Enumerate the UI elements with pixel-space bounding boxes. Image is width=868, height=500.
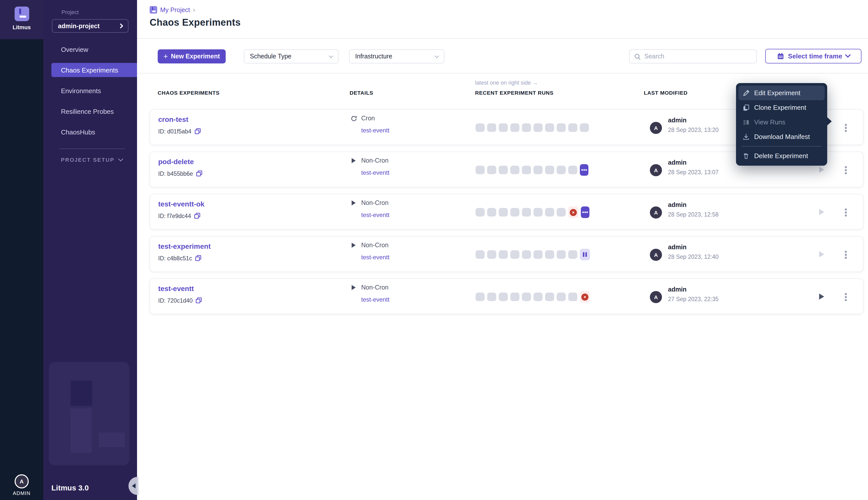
run-status-failed[interactable]: × [580, 291, 590, 303]
column-header-details: DETAILS [350, 90, 373, 96]
copy-icon[interactable] [194, 128, 201, 134]
chevron-right-icon [118, 23, 123, 29]
runs-order-note: latest one on right side → [475, 80, 538, 86]
sidebar-divider [59, 149, 125, 149]
experiment-name-link[interactable]: cron-test [158, 115, 189, 123]
run-status-none [487, 250, 496, 259]
run-status-none [475, 250, 485, 259]
sidebar-item-resilience-probes[interactable]: Resilience Probes [43, 104, 137, 118]
page-title: Chaos Experiments [150, 17, 241, 28]
sidebar-item-chaoshubs[interactable]: ChaosHubs [43, 125, 137, 139]
recent-runs-bar [475, 237, 593, 272]
run-status-none [545, 123, 554, 132]
experiment-name-link[interactable]: test-eventt [158, 284, 194, 293]
hub-link[interactable]: test-eventt [361, 127, 390, 134]
run-status-none [522, 208, 531, 216]
modified-date: 28 Sep 2023, 12:40 [668, 254, 719, 260]
admin-label: ADMIN [0, 490, 43, 496]
menu-item-delete-experiment[interactable]: Delete Experiment [739, 149, 825, 163]
experiment-name-link[interactable]: pod-delete [158, 158, 194, 166]
run-status-paused[interactable] [580, 249, 590, 260]
select-time-frame-button[interactable]: Select time frame [765, 49, 861, 64]
sidebar-item-environments[interactable]: Environments [43, 83, 137, 98]
run-status-none [510, 250, 519, 259]
run-status-none [568, 123, 577, 132]
user-avatar[interactable]: A [15, 474, 29, 488]
run-status-none [475, 123, 485, 132]
hub-link[interactable]: test-eventt [361, 212, 390, 218]
non-cron-icon [350, 201, 357, 205]
hub-link[interactable]: test-eventt [361, 169, 390, 176]
run-status-none [499, 293, 508, 301]
experiment-row: test-experiment ID: c4b8c51c Non-Cron te… [150, 236, 864, 272]
trash-icon [743, 152, 749, 159]
menu-item-view-runs: View Runs [739, 115, 825, 129]
row-kebab-menu[interactable] [841, 207, 850, 217]
modified-date: 27 Sep 2023, 22:35 [668, 296, 719, 302]
run-status-running[interactable] [580, 164, 588, 176]
non-cron-icon [350, 243, 357, 248]
sidebar-item-overview[interactable]: Overview [43, 42, 137, 56]
row-kebab-menu[interactable] [841, 165, 850, 175]
run-status-none [522, 293, 531, 301]
chevron-down-icon [845, 52, 850, 58]
sidebar-item-chaos-experiments[interactable]: Chaos Experiments [52, 63, 137, 77]
schedule-type-select[interactable]: Schedule Type [244, 49, 339, 64]
run-status-none [510, 166, 519, 174]
column-header-experiments: CHAOS EXPERIMENTS [158, 90, 219, 96]
modified-by: admin [668, 244, 687, 251]
run-status-none [557, 293, 566, 301]
copy-icon[interactable] [196, 297, 202, 304]
modified-by: admin [668, 159, 687, 166]
hub-link[interactable]: test-eventt [361, 254, 390, 261]
chevron-down-icon [118, 156, 123, 161]
modified-by: admin [668, 202, 687, 208]
run-experiment-button[interactable] [819, 294, 824, 299]
run-status-none [475, 208, 485, 216]
row-kebab-menu[interactable] [841, 123, 850, 133]
copy-icon[interactable] [194, 213, 201, 219]
experiment-name-link[interactable]: test-eventt-ok [158, 200, 204, 208]
run-status-none [487, 293, 496, 301]
run-status-none [557, 208, 566, 216]
copy-icon[interactable] [196, 170, 203, 177]
clone-icon [743, 104, 749, 111]
row-context-menu: Edit Experiment Clone Experiment View Ru… [736, 83, 827, 166]
breadcrumb-chevron: › [193, 6, 195, 14]
litmus-logo-icon[interactable] [15, 7, 29, 21]
modified-date: 28 Sep 2023, 12:58 [668, 212, 719, 217]
download-icon [743, 133, 749, 140]
row-kebab-menu[interactable] [841, 292, 850, 302]
experiment-name-link[interactable]: test-experiment [158, 242, 211, 250]
copy-icon[interactable] [195, 255, 202, 261]
schedule-type: Non-Cron [361, 200, 388, 206]
logo-glyph [19, 15, 26, 18]
breadcrumb-my-project[interactable]: My Project [160, 6, 190, 13]
hub-link[interactable]: test-eventt [361, 296, 390, 303]
menu-item-clone-experiment[interactable]: Clone Experiment [739, 100, 825, 115]
pencil-icon [743, 89, 749, 96]
run-status-none [533, 208, 543, 216]
run-status-none [533, 166, 543, 174]
litmus-watermark [49, 362, 129, 465]
run-experiment-button[interactable] [819, 167, 824, 173]
menu-item-edit-experiment[interactable]: Edit Experiment [739, 86, 825, 100]
project-selector[interactable]: admin-project [52, 19, 128, 33]
run-status-running[interactable] [581, 206, 589, 218]
run-experiment-button[interactable] [819, 251, 824, 257]
project-label: Project [61, 9, 79, 15]
run-status-none [510, 208, 519, 216]
menu-item-download-manifest[interactable]: Download Manifest [739, 129, 825, 144]
schedule-type: Non-Cron [361, 157, 388, 164]
infrastructure-select[interactable]: Infrastructure [349, 49, 444, 64]
recent-runs-bar [475, 152, 591, 188]
run-experiment-button[interactable] [819, 209, 824, 215]
row-kebab-menu[interactable] [841, 250, 850, 260]
modified-date: 28 Sep 2023, 13:07 [668, 169, 719, 175]
project-mini-logo-icon [150, 6, 157, 14]
run-status-failed[interactable]: × [568, 206, 578, 218]
new-experiment-button[interactable]: + New Experiment [158, 49, 226, 64]
search-input[interactable] [644, 53, 752, 60]
toolbar-divider [137, 73, 868, 73]
project-setup-toggle[interactable]: PROJECT SETUP [61, 157, 122, 163]
